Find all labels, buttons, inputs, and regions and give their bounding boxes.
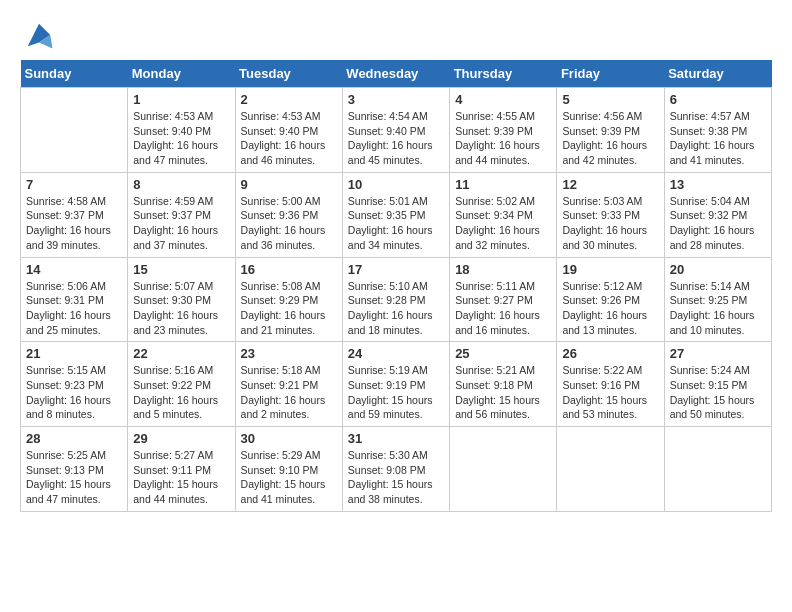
day-number: 15 xyxy=(133,262,229,277)
calendar-cell: 14Sunrise: 5:06 AMSunset: 9:31 PMDayligh… xyxy=(21,257,128,342)
day-info: Sunrise: 5:19 AMSunset: 9:19 PMDaylight:… xyxy=(348,363,444,422)
calendar-cell: 9Sunrise: 5:00 AMSunset: 9:36 PMDaylight… xyxy=(235,172,342,257)
day-number: 5 xyxy=(562,92,658,107)
calendar-cell: 31Sunrise: 5:30 AMSunset: 9:08 PMDayligh… xyxy=(342,427,449,512)
calendar-cell: 8Sunrise: 4:59 AMSunset: 9:37 PMDaylight… xyxy=(128,172,235,257)
day-info: Sunrise: 5:07 AMSunset: 9:30 PMDaylight:… xyxy=(133,279,229,338)
day-info: Sunrise: 5:14 AMSunset: 9:25 PMDaylight:… xyxy=(670,279,766,338)
calendar-cell: 22Sunrise: 5:16 AMSunset: 9:22 PMDayligh… xyxy=(128,342,235,427)
calendar-cell: 10Sunrise: 5:01 AMSunset: 9:35 PMDayligh… xyxy=(342,172,449,257)
day-number: 30 xyxy=(241,431,337,446)
day-info: Sunrise: 5:18 AMSunset: 9:21 PMDaylight:… xyxy=(241,363,337,422)
logo-icon xyxy=(24,20,54,50)
calendar-cell: 5Sunrise: 4:56 AMSunset: 9:39 PMDaylight… xyxy=(557,88,664,173)
calendar-cell xyxy=(21,88,128,173)
day-number: 25 xyxy=(455,346,551,361)
calendar-cell: 6Sunrise: 4:57 AMSunset: 9:38 PMDaylight… xyxy=(664,88,771,173)
logo xyxy=(20,20,54,50)
day-info: Sunrise: 5:01 AMSunset: 9:35 PMDaylight:… xyxy=(348,194,444,253)
calendar-cell: 25Sunrise: 5:21 AMSunset: 9:18 PMDayligh… xyxy=(450,342,557,427)
page-header xyxy=(20,20,772,50)
weekday-header-thursday: Thursday xyxy=(450,60,557,88)
day-number: 16 xyxy=(241,262,337,277)
day-number: 10 xyxy=(348,177,444,192)
day-number: 20 xyxy=(670,262,766,277)
day-info: Sunrise: 5:29 AMSunset: 9:10 PMDaylight:… xyxy=(241,448,337,507)
day-number: 19 xyxy=(562,262,658,277)
day-number: 6 xyxy=(670,92,766,107)
calendar-cell: 3Sunrise: 4:54 AMSunset: 9:40 PMDaylight… xyxy=(342,88,449,173)
day-number: 14 xyxy=(26,262,122,277)
day-number: 4 xyxy=(455,92,551,107)
weekday-header-wednesday: Wednesday xyxy=(342,60,449,88)
calendar-cell: 24Sunrise: 5:19 AMSunset: 9:19 PMDayligh… xyxy=(342,342,449,427)
day-number: 31 xyxy=(348,431,444,446)
calendar-cell: 12Sunrise: 5:03 AMSunset: 9:33 PMDayligh… xyxy=(557,172,664,257)
day-info: Sunrise: 5:03 AMSunset: 9:33 PMDaylight:… xyxy=(562,194,658,253)
calendar-cell: 11Sunrise: 5:02 AMSunset: 9:34 PMDayligh… xyxy=(450,172,557,257)
weekday-header-friday: Friday xyxy=(557,60,664,88)
day-number: 21 xyxy=(26,346,122,361)
day-number: 18 xyxy=(455,262,551,277)
day-info: Sunrise: 5:24 AMSunset: 9:15 PMDaylight:… xyxy=(670,363,766,422)
calendar-week-row: 28Sunrise: 5:25 AMSunset: 9:13 PMDayligh… xyxy=(21,427,772,512)
calendar-cell xyxy=(557,427,664,512)
day-info: Sunrise: 5:06 AMSunset: 9:31 PMDaylight:… xyxy=(26,279,122,338)
calendar-cell: 26Sunrise: 5:22 AMSunset: 9:16 PMDayligh… xyxy=(557,342,664,427)
calendar-cell: 29Sunrise: 5:27 AMSunset: 9:11 PMDayligh… xyxy=(128,427,235,512)
calendar-week-row: 21Sunrise: 5:15 AMSunset: 9:23 PMDayligh… xyxy=(21,342,772,427)
day-number: 12 xyxy=(562,177,658,192)
day-info: Sunrise: 5:08 AMSunset: 9:29 PMDaylight:… xyxy=(241,279,337,338)
day-info: Sunrise: 5:12 AMSunset: 9:26 PMDaylight:… xyxy=(562,279,658,338)
day-number: 28 xyxy=(26,431,122,446)
calendar-cell: 20Sunrise: 5:14 AMSunset: 9:25 PMDayligh… xyxy=(664,257,771,342)
day-info: Sunrise: 4:55 AMSunset: 9:39 PMDaylight:… xyxy=(455,109,551,168)
day-number: 22 xyxy=(133,346,229,361)
day-info: Sunrise: 4:58 AMSunset: 9:37 PMDaylight:… xyxy=(26,194,122,253)
day-number: 1 xyxy=(133,92,229,107)
day-info: Sunrise: 5:10 AMSunset: 9:28 PMDaylight:… xyxy=(348,279,444,338)
calendar-cell: 21Sunrise: 5:15 AMSunset: 9:23 PMDayligh… xyxy=(21,342,128,427)
day-info: Sunrise: 5:11 AMSunset: 9:27 PMDaylight:… xyxy=(455,279,551,338)
calendar-cell: 7Sunrise: 4:58 AMSunset: 9:37 PMDaylight… xyxy=(21,172,128,257)
day-number: 8 xyxy=(133,177,229,192)
day-number: 17 xyxy=(348,262,444,277)
day-number: 11 xyxy=(455,177,551,192)
day-info: Sunrise: 5:27 AMSunset: 9:11 PMDaylight:… xyxy=(133,448,229,507)
calendar-cell: 30Sunrise: 5:29 AMSunset: 9:10 PMDayligh… xyxy=(235,427,342,512)
calendar-cell xyxy=(664,427,771,512)
day-info: Sunrise: 5:22 AMSunset: 9:16 PMDaylight:… xyxy=(562,363,658,422)
calendar-cell: 17Sunrise: 5:10 AMSunset: 9:28 PMDayligh… xyxy=(342,257,449,342)
day-info: Sunrise: 5:16 AMSunset: 9:22 PMDaylight:… xyxy=(133,363,229,422)
calendar-cell: 15Sunrise: 5:07 AMSunset: 9:30 PMDayligh… xyxy=(128,257,235,342)
day-number: 29 xyxy=(133,431,229,446)
day-number: 27 xyxy=(670,346,766,361)
weekday-header-tuesday: Tuesday xyxy=(235,60,342,88)
day-info: Sunrise: 5:04 AMSunset: 9:32 PMDaylight:… xyxy=(670,194,766,253)
weekday-header-saturday: Saturday xyxy=(664,60,771,88)
calendar-cell: 16Sunrise: 5:08 AMSunset: 9:29 PMDayligh… xyxy=(235,257,342,342)
day-number: 7 xyxy=(26,177,122,192)
day-info: Sunrise: 4:53 AMSunset: 9:40 PMDaylight:… xyxy=(241,109,337,168)
day-info: Sunrise: 5:02 AMSunset: 9:34 PMDaylight:… xyxy=(455,194,551,253)
calendar-cell: 18Sunrise: 5:11 AMSunset: 9:27 PMDayligh… xyxy=(450,257,557,342)
calendar-cell: 13Sunrise: 5:04 AMSunset: 9:32 PMDayligh… xyxy=(664,172,771,257)
calendar-cell: 28Sunrise: 5:25 AMSunset: 9:13 PMDayligh… xyxy=(21,427,128,512)
day-number: 2 xyxy=(241,92,337,107)
day-info: Sunrise: 4:57 AMSunset: 9:38 PMDaylight:… xyxy=(670,109,766,168)
day-number: 9 xyxy=(241,177,337,192)
calendar-cell: 23Sunrise: 5:18 AMSunset: 9:21 PMDayligh… xyxy=(235,342,342,427)
day-info: Sunrise: 5:00 AMSunset: 9:36 PMDaylight:… xyxy=(241,194,337,253)
day-info: Sunrise: 5:15 AMSunset: 9:23 PMDaylight:… xyxy=(26,363,122,422)
day-info: Sunrise: 4:56 AMSunset: 9:39 PMDaylight:… xyxy=(562,109,658,168)
day-info: Sunrise: 4:53 AMSunset: 9:40 PMDaylight:… xyxy=(133,109,229,168)
day-number: 13 xyxy=(670,177,766,192)
calendar-cell: 4Sunrise: 4:55 AMSunset: 9:39 PMDaylight… xyxy=(450,88,557,173)
day-info: Sunrise: 4:54 AMSunset: 9:40 PMDaylight:… xyxy=(348,109,444,168)
calendar-week-row: 1Sunrise: 4:53 AMSunset: 9:40 PMDaylight… xyxy=(21,88,772,173)
day-number: 24 xyxy=(348,346,444,361)
calendar-cell: 27Sunrise: 5:24 AMSunset: 9:15 PMDayligh… xyxy=(664,342,771,427)
day-number: 26 xyxy=(562,346,658,361)
day-number: 23 xyxy=(241,346,337,361)
day-info: Sunrise: 5:30 AMSunset: 9:08 PMDaylight:… xyxy=(348,448,444,507)
